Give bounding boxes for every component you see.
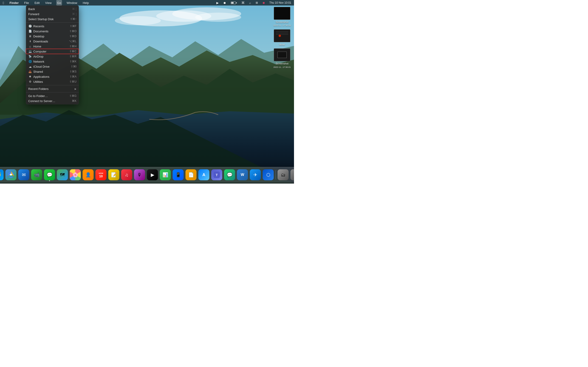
file-menu[interactable]: File [23,0,30,6]
help-menu[interactable]: Help [82,0,90,6]
go-menu-trigger[interactable]: Go [56,0,62,6]
home-icon [28,44,32,48]
dock-app-chrome[interactable] [5,169,17,181]
search-icon[interactable]: ⌕ [248,0,252,6]
dock-app-contacts[interactable]: 👤 [82,169,94,181]
dock-app-mail[interactable]: ✉ [18,169,30,181]
dock-app-appstore[interactable]: A [198,169,210,181]
menu-item-applications[interactable]: Applications ⇧⌘A [26,74,79,79]
menu-separator-3 [26,92,79,92]
screenshot2-label: Screenshot [276,62,288,65]
menu-item-forward[interactable]: Forward ⌘ ] [26,11,79,17]
dock-app-numbers[interactable]: 📊 [159,169,171,181]
dock-app-recents[interactable]: 🗂 [277,169,289,181]
menu-item-desktop[interactable]: Desktop ⇧⌘D [26,34,79,39]
dock-app-notes[interactable]: 📝 [108,169,120,181]
dock: 🗂 🚀 🧭 ✉ 📹 💬 🗺 🌸 👤 HOW [0,167,294,183]
appstore-app-icon: A [199,169,209,180]
network-label: Network [33,60,69,63]
home-label: Home [33,45,69,48]
dock-app-photos[interactable]: 🌸 [69,169,81,181]
record-icon[interactable]: ⏺ [222,0,227,6]
menu-item-shared[interactable]: Shared ⇧⌘S [26,69,79,74]
forward-shortcut: ⌘ ] [72,12,77,16]
play-icon[interactable]: ▶ [216,0,220,6]
mail-app-icon: ✉ [18,169,29,180]
dock-app-testflight[interactable]: ✈ [250,169,261,181]
dock-app-sourcetree[interactable]: ⬡ [262,169,274,181]
dock-app-messages[interactable]: 💬 [44,169,56,181]
dock-app-iosinstaller[interactable]: 📱 [172,169,184,181]
documents-shortcut: ⇧⌘O [69,30,77,33]
calendar-app-icon: HOW 10 [95,169,107,180]
shared-icon [28,70,32,73]
menu-item-go-to-folder[interactable]: Go to Folder… ⇧⌘G [26,93,79,98]
window-menu[interactable]: Window [66,0,78,6]
dock-app-safari[interactable]: 🧭 [0,169,4,181]
network-shortcut: ⇧⌘K [69,60,77,63]
dock-app-music[interactable]: ♫ [121,169,133,181]
dock-app-teams[interactable]: T [211,169,223,181]
menu-item-back[interactable]: Back ⌘ [ [26,6,79,11]
menu-item-recents[interactable]: Recents ⇧⌘F [26,24,79,29]
menu-item-network[interactable]: Network ⇧⌘K [26,59,79,64]
apple-menu[interactable]:  [2,0,5,6]
finder-menu[interactable]: Finder [9,0,19,6]
done-thumbnail [274,29,290,42]
view-menu[interactable]: View [44,0,52,6]
wifi-icon[interactable]: ⌘ [241,0,246,6]
airdrop-shortcut: ⇧⌘R [69,55,77,58]
dock-app-podcasts[interactable]: 🎙 [134,169,146,181]
dock-app-appletv[interactable]: ▶ [147,169,158,181]
applications-label: Applications [33,75,69,78]
menu-item-documents[interactable]: Documents ⇧⌘O [26,29,79,34]
menu-item-downloads[interactable]: Downloads ⌥⌘L [26,39,79,44]
menu-separator-1 [26,23,79,23]
photos-app-icon: 🌸 [70,169,81,180]
menu-item-utilities[interactable]: Utilities ⇧⌘U [26,79,79,84]
desktop-icon-menu [28,34,32,38]
teams-app-icon: T [211,169,222,180]
utilities-label: Utilities [33,80,69,83]
dock-app-facetime[interactable]: 📹 [31,169,43,181]
dock-app-calendar[interactable]: HOW 10 [95,169,107,181]
documents-label: Documents [33,30,69,33]
menu-item-computer[interactable]: Computer ⇧⌘C [26,49,79,54]
dock-app-whatsapp[interactable]: 💬 [224,169,236,181]
screenshot1-thumbnail [274,7,290,20]
screenshot2-thumbnail [274,48,290,61]
airdrop-icon [28,55,32,58]
dock-app-syspreferences[interactable]: ⚙ [290,169,294,181]
applications-shortcut: ⇧⌘A [69,75,77,78]
desktop-icon-screenshot2[interactable]: Screenshot 2022-11...17.50.01 [273,48,291,69]
finder-menu-label: Finder [9,1,19,5]
datetime: Thu 10 Nov 10:01 [268,0,292,6]
control-center-icon[interactable]: ⊞ [255,0,259,6]
desktop-shortcut: ⇧⌘D [69,35,77,38]
recent-folders-arrow: ▶ [75,88,77,90]
recents-shortcut: ⇧⌘F [70,25,77,28]
desktop-label: Desktop [33,35,69,38]
menu-item-connect-server[interactable]: Connect to Server… ⌘K [26,98,79,103]
dock-app-pages[interactable]: 📄 [185,169,197,181]
menu-item-startup-disk[interactable]: Select Startup Disk ⇧⌘↑ [26,17,79,22]
menu-item-recent-folders[interactable]: Recent Folders ▶ [26,86,79,91]
utilities-shortcut: ⇧⌘U [69,80,77,83]
syspreferences-app-icon: ⚙ [291,169,294,180]
utilities-icon [28,80,32,83]
applications-icon [28,75,32,78]
dock-app-word[interactable]: W [237,169,249,181]
siri-icon[interactable]: ◉ [262,0,266,6]
menu-item-home[interactable]: Home ⇧⌘H [26,44,79,49]
menu-item-airdrop[interactable]: AirDrop ⇧⌘R [26,54,79,59]
desktop-icon-done[interactable]: done [273,29,291,46]
battery-status [230,0,238,6]
dock-app-maps[interactable]: 🗺 [57,169,69,181]
screenshot1-label: Screenshot [276,20,288,24]
desktop-icon-screenshot1[interactable]: Screenshot 2022-11...17.50.09 [273,7,291,27]
connect-server-shortcut: ⌘K [72,99,77,102]
menu-item-icloud[interactable]: iCloud Drive ⇧⌘I [26,64,79,69]
music-app-icon: ♫ [121,169,132,180]
recent-folders-label: Recent Folders [28,87,73,91]
edit-menu[interactable]: Edit [34,0,40,6]
